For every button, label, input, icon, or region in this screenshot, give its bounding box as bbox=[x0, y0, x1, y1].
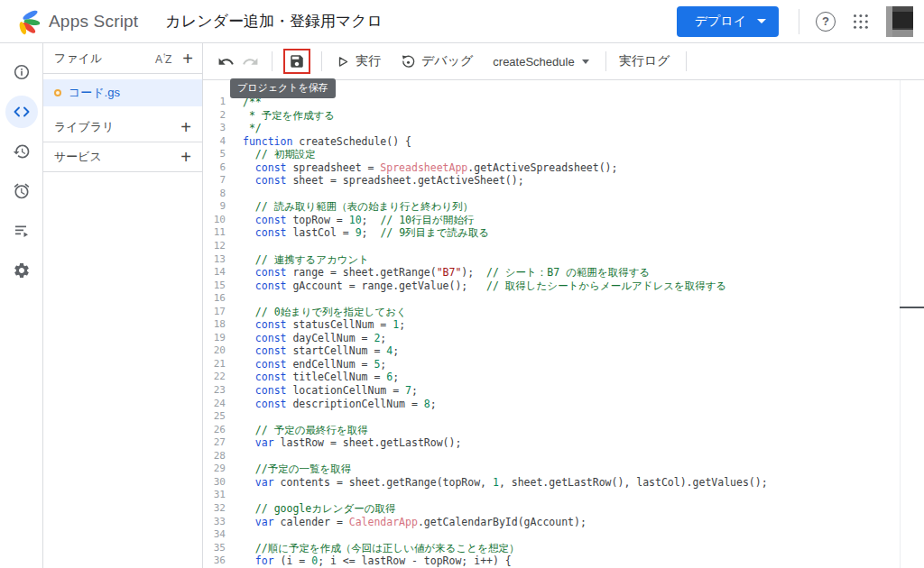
code-line[interactable]: */ bbox=[243, 122, 924, 135]
toolbar-divider bbox=[605, 51, 606, 71]
file-item-code-gs[interactable]: コード.gs bbox=[43, 79, 202, 106]
code-line[interactable]: const titleCellNum = 6; bbox=[243, 371, 924, 384]
header-divider bbox=[799, 9, 799, 34]
rail-overview-button[interactable] bbox=[0, 52, 43, 92]
deploy-button[interactable]: デプロイ bbox=[677, 6, 779, 37]
code-line[interactable]: const descriptionCellNum = 8; bbox=[243, 398, 924, 411]
code-line[interactable]: const endCellNum = 5; bbox=[243, 358, 924, 371]
history-icon bbox=[13, 142, 31, 160]
debug-label: デバッグ bbox=[421, 53, 473, 69]
selected-function: createSchedule bbox=[493, 55, 574, 69]
file-panel: ファイル A↑Z + コード.gs ライブラリ + サービス + bbox=[43, 43, 203, 568]
code-lines[interactable]: /** * 予定を作成する */function createSchedule(… bbox=[243, 96, 924, 568]
code-line[interactable]: /** bbox=[243, 96, 924, 109]
unsaved-dot-icon bbox=[54, 89, 61, 96]
run-button[interactable]: 実行 bbox=[331, 50, 384, 73]
rail-settings-button[interactable] bbox=[0, 251, 43, 290]
code-line[interactable] bbox=[243, 410, 924, 424]
code-line[interactable]: const spreadsheet = SpreadsheetApp.getAc… bbox=[243, 161, 924, 175]
code-line[interactable]: * 予定を作成する bbox=[243, 109, 924, 123]
libraries-header: ライブラリ bbox=[54, 119, 115, 135]
code-line[interactable]: // 予定の最終行を取得 bbox=[243, 424, 924, 437]
code-line[interactable]: //予定の一覧を取得 bbox=[243, 463, 924, 476]
deploy-label: デプロイ bbox=[695, 14, 746, 30]
code-line[interactable] bbox=[243, 489, 924, 502]
apps-script-logo-icon bbox=[14, 8, 42, 35]
add-service-button[interactable]: + bbox=[180, 148, 191, 166]
code-line[interactable]: const topRow = 10; // 10行目が開始行 bbox=[243, 214, 924, 227]
code-line[interactable]: var calender = CalendarApp.getCalendarBy… bbox=[243, 516, 924, 529]
sort-az-icon[interactable]: A↑Z bbox=[155, 51, 171, 66]
code-line[interactable]: const locationCellNum = 7; bbox=[243, 384, 924, 398]
function-selector[interactable]: createSchedule bbox=[489, 51, 592, 72]
code-line[interactable]: for (i = 0; i <= lastRow - topRow; i++) … bbox=[243, 554, 924, 568]
code-line[interactable] bbox=[243, 292, 924, 306]
save-icon bbox=[289, 53, 305, 69]
save-tooltip: プロジェクトを保存 bbox=[230, 78, 336, 98]
code-line[interactable]: //順に予定を作成（今回は正しい値が来ることを想定） bbox=[243, 542, 924, 555]
file-name: コード.gs bbox=[69, 85, 120, 101]
gear-icon bbox=[13, 261, 31, 279]
save-annotation-box bbox=[283, 49, 310, 74]
info-icon bbox=[13, 63, 31, 81]
code-line[interactable]: const sheet = spreadsheet.getActiveSheet… bbox=[243, 174, 924, 188]
add-file-button[interactable]: + bbox=[182, 50, 193, 68]
line-numbers: 1234567891011121314151617181920212223242… bbox=[203, 96, 243, 568]
debug-button[interactable]: デバッグ bbox=[397, 50, 476, 73]
editor-scrollbar-track bbox=[900, 80, 901, 568]
undo-button[interactable] bbox=[214, 50, 238, 74]
code-line[interactable]: // googleカレンダーの取得 bbox=[243, 502, 924, 516]
chevron-down-icon bbox=[582, 60, 589, 64]
debug-icon bbox=[401, 54, 416, 69]
libraries-row: ライブラリ + bbox=[43, 113, 202, 142]
code-line[interactable]: const lastCol = 9; // 9列目まで読み取る bbox=[243, 226, 924, 240]
add-library-button[interactable]: + bbox=[180, 118, 191, 136]
code-line[interactable] bbox=[243, 528, 924, 542]
toolbar-divider bbox=[686, 51, 687, 71]
redo-button[interactable] bbox=[238, 50, 263, 74]
code-line[interactable]: const startCellNum = 4; bbox=[243, 344, 924, 358]
app-name: Apps Script bbox=[49, 12, 138, 32]
code-line[interactable] bbox=[243, 188, 924, 201]
redo-icon bbox=[242, 53, 259, 70]
avatar[interactable] bbox=[886, 6, 913, 37]
code-line[interactable]: const statusCellNum = 1; bbox=[243, 318, 924, 332]
run-label: 実行 bbox=[356, 53, 381, 69]
chevron-down-icon bbox=[757, 19, 766, 23]
executions-list-icon bbox=[13, 222, 31, 240]
code-line[interactable]: const dayCellNum = 2; bbox=[243, 332, 924, 345]
rail-triggers-button[interactable] bbox=[0, 171, 43, 211]
code-line[interactable] bbox=[243, 240, 924, 253]
files-header-row: ファイル A↑Z + bbox=[43, 43, 202, 74]
code-line[interactable]: // 0始まりで列を指定しておく bbox=[243, 306, 924, 319]
execution-log-button[interactable]: 実行ログ bbox=[615, 50, 674, 73]
code-editor[interactable]: 1234567891011121314151617181920212223242… bbox=[203, 80, 924, 568]
rail-editor-button[interactable] bbox=[0, 92, 43, 132]
code-line[interactable]: var contents = sheet.getRange(topRow, 1,… bbox=[243, 476, 924, 490]
alarm-clock-icon bbox=[13, 182, 31, 200]
app-header: Apps Script カレンダー追加・登録用マクロ デプロイ ? bbox=[0, 0, 924, 43]
left-rail bbox=[0, 43, 43, 568]
code-line[interactable]: var lastRow = sheet.getLastRow(); bbox=[243, 436, 924, 450]
save-button[interactable] bbox=[288, 52, 306, 70]
project-title[interactable]: カレンダー追加・登録用マクロ bbox=[165, 11, 383, 32]
services-header: サービス bbox=[54, 149, 102, 165]
editor-scrollbar-cursor-mark[interactable] bbox=[900, 307, 924, 308]
code-icon bbox=[13, 103, 31, 121]
execution-log-label: 実行ログ bbox=[619, 53, 670, 69]
apps-grid-icon[interactable] bbox=[854, 14, 868, 29]
code-line[interactable]: const range = sheet.getRange("B7"); // シ… bbox=[243, 266, 924, 279]
code-line[interactable] bbox=[243, 450, 924, 463]
toolbar-divider bbox=[272, 51, 273, 71]
code-line[interactable]: function createSchedule() { bbox=[243, 135, 924, 149]
code-line[interactable]: // 連携するアカウント bbox=[243, 253, 924, 267]
code-line[interactable]: // 初期設定 bbox=[243, 148, 924, 161]
editor-toolbar: 実行 デバッグ createSchedule 実行ログ bbox=[203, 43, 924, 80]
rail-executions-button[interactable] bbox=[0, 211, 43, 251]
undo-icon bbox=[217, 53, 235, 70]
files-header: ファイル bbox=[54, 50, 102, 67]
rail-history-button[interactable] bbox=[0, 132, 43, 171]
code-line[interactable]: // 読み取り範囲（表の始まり行と終わり列） bbox=[243, 200, 924, 214]
help-icon[interactable]: ? bbox=[816, 12, 836, 32]
code-line[interactable]: const gAccount = range.getValue(); // 取得… bbox=[243, 279, 924, 293]
